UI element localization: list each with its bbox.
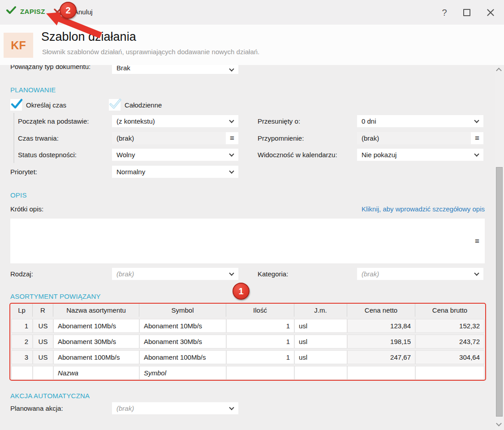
table-cell[interactable]: US [33, 350, 53, 364]
table-cell[interactable]: 152,32 [415, 319, 484, 333]
scroll-up-icon[interactable] [496, 68, 502, 73]
table-cell[interactable]: Abonament 100Mb/s [53, 350, 139, 364]
table-cell[interactable]: usl [294, 350, 347, 364]
form-area: Powiązany typ dokumentu: Brak PLANOWANIE… [0, 65, 504, 430]
table-cell[interactable]: Abonament 30Mb/s [139, 335, 226, 348]
chevron-down-icon [229, 66, 234, 71]
annotation-badge-2: 2 [60, 2, 77, 19]
column-header[interactable]: Cena brutto [415, 304, 484, 317]
short-desc-textarea[interactable]: ≡ [10, 219, 485, 263]
availability-select[interactable]: Wolny [112, 149, 238, 161]
table-cell[interactable]: Abonament 100Mb/s [139, 350, 226, 364]
column-header[interactable]: Cena netto [347, 304, 415, 317]
chevron-down-icon [229, 118, 234, 123]
calendar-visibility-select[interactable]: Nie pokazuj [357, 149, 483, 161]
maximize-icon [463, 9, 470, 16]
all-day-checkbox[interactable] [109, 99, 121, 111]
chevron-down-icon [229, 405, 234, 410]
dialog-window: ZAPISZ Anuluj ? KF Szablon działania Sło… [0, 0, 504, 430]
planned-action-label: Planowana akcja: [10, 404, 63, 412]
table-cell[interactable]: US [33, 335, 53, 348]
shift-label: Przesunięty o: [258, 117, 300, 125]
table-cell[interactable] [11, 366, 33, 380]
new-row-name-input[interactable]: Nazwa [53, 366, 139, 380]
table-cell[interactable]: usl [294, 319, 347, 333]
new-row-symbol-input[interactable]: Symbol [139, 366, 226, 380]
priority-label: Priorytet: [10, 168, 37, 176]
table-cell[interactable]: 247,67 [347, 350, 415, 364]
priority-select[interactable]: Normalny [112, 166, 238, 178]
category-select[interactable]: (brak) [357, 268, 483, 280]
table-cell[interactable]: 2 [11, 335, 33, 348]
table-new-row: NazwaSymbol [11, 366, 484, 380]
chevron-down-icon [229, 271, 234, 275]
table-cell[interactable] [33, 366, 53, 380]
table-cell[interactable]: 3 [11, 350, 33, 364]
table-cell[interactable] [347, 366, 415, 380]
page-subtitle: Słownik szablonów działań, usprawniający… [42, 48, 259, 56]
column-header[interactable]: Lp [11, 304, 33, 317]
table-cell[interactable]: Abonament 10Mb/s [139, 319, 226, 333]
assortment-table-body: 1USAbonament 10Mb/sAbonament 10Mb/s1usl1… [11, 319, 484, 380]
table-cell[interactable]: 1 [226, 319, 294, 333]
table-cell[interactable]: Abonament 30Mb/s [53, 335, 139, 348]
table-cell[interactable]: 1 [11, 319, 33, 333]
table-row: 3USAbonament 100Mb/sAbonament 100Mb/s1us… [11, 350, 484, 364]
table-cell[interactable] [415, 366, 484, 380]
table-cell[interactable]: 243,72 [415, 335, 484, 348]
chevron-down-icon [474, 151, 479, 156]
column-header[interactable]: J.m. [294, 304, 347, 317]
column-header[interactable]: R [33, 304, 53, 317]
planned-action-select[interactable]: (brak) [112, 402, 238, 414]
scrollbar-thumb[interactable] [496, 167, 503, 417]
section-planning: PLANOWANIE [10, 86, 56, 94]
checkmark-icon [10, 98, 23, 111]
scroll-down-icon[interactable] [496, 421, 502, 426]
maximize-button[interactable] [460, 6, 474, 19]
assortment-table-head: LpRNazwa asortymentuSymbolIlośćJ.m.Cena … [11, 304, 484, 317]
column-header[interactable]: Nazwa asortymentu [53, 304, 139, 317]
chevron-down-icon [474, 271, 479, 275]
table-cell[interactable]: usl [294, 335, 347, 348]
all-day-label[interactable]: Całodzienne [125, 101, 162, 109]
reminder-label: Przypomnienie: [258, 134, 304, 142]
column-header[interactable]: Symbol [139, 304, 226, 317]
define-time-label[interactable]: Określaj czas [26, 101, 66, 109]
define-time-checkbox[interactable] [10, 99, 22, 111]
kind-select[interactable]: (brak) [112, 268, 238, 280]
table-cell[interactable]: 304,64 [415, 350, 484, 364]
table-row: 1USAbonament 10Mb/sAbonament 10Mb/s1usl1… [11, 319, 484, 333]
menu-icon[interactable]: ≡ [471, 132, 483, 144]
table-cell[interactable]: 198,15 [347, 335, 415, 348]
close-button[interactable] [484, 6, 497, 19]
table-cell[interactable]: US [33, 319, 53, 333]
doc-type-select[interactable]: Brak [112, 65, 238, 74]
duration-field[interactable]: (brak) ≡ [112, 132, 238, 144]
menu-icon[interactable]: ≡ [475, 237, 479, 246]
vertical-scrollbar[interactable] [495, 65, 504, 430]
doc-type-label: Powiązany typ dokumentu: [10, 65, 90, 70]
annotation-badge-1: 1 [233, 283, 250, 300]
reminder-field[interactable]: (brak) ≡ [357, 132, 483, 144]
table-cell[interactable]: 1 [226, 335, 294, 348]
table-cell[interactable] [294, 366, 347, 380]
assortment-table: LpRNazwa asortymentuSymbolIlośćJ.m.Cena … [11, 304, 484, 380]
detailed-desc-link[interactable]: Kliknij, aby wprowadzić szczegółowy opis [362, 205, 485, 213]
calendar-visibility-label: Widoczność w kalendarzu: [258, 151, 337, 159]
indent-guide [13, 113, 14, 163]
category-label: Kategoria: [258, 270, 288, 278]
start-basis-select[interactable]: (z kontekstu) [112, 115, 238, 127]
help-button[interactable]: ? [438, 6, 451, 19]
table-cell[interactable]: 123,84 [347, 319, 415, 333]
short-desc-label: Krótki opis: [10, 205, 43, 213]
shift-select[interactable]: 0 dni [357, 115, 483, 127]
table-cell[interactable]: 1 [226, 350, 294, 364]
table-cell[interactable] [226, 366, 294, 380]
column-header[interactable]: Ilość [226, 304, 294, 317]
menu-icon[interactable]: ≡ [226, 132, 238, 144]
duration-label: Czas trwania: [18, 134, 59, 142]
table-cell[interactable]: Abonament 10Mb/s [53, 319, 139, 333]
kind-label: Rodzaj: [10, 270, 33, 278]
section-assortment: ASORTYMENT POWIĄZANY [10, 292, 101, 300]
save-button[interactable]: ZAPISZ [6, 6, 45, 16]
